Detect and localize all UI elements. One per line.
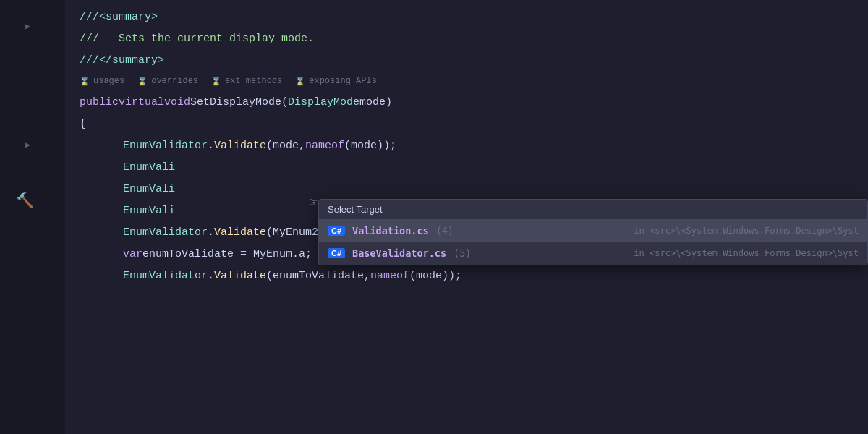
code-token: . bbox=[208, 226, 214, 239]
code-token: nameof bbox=[370, 270, 409, 282]
tooltip-title: Select Target bbox=[328, 204, 383, 215]
tooltip-count-2: (5) bbox=[454, 247, 471, 259]
codelens-label-usages: usages bbox=[93, 76, 124, 86]
code-token: . bbox=[208, 270, 214, 282]
code-line-7: EnumValidator.Validate(mode, nameof(mode… bbox=[80, 135, 868, 156]
code-token: (enumToValidate, bbox=[266, 270, 370, 282]
code-token: Validate bbox=[214, 140, 266, 152]
code-token: . bbox=[208, 140, 214, 152]
code-line-6: { bbox=[80, 113, 868, 135]
code-token: EnumValidator bbox=[123, 140, 208, 152]
code-token: enumToValidate = MyEnum.a; bbox=[142, 248, 312, 260]
codelens-label-ext-methods: ext methods bbox=[225, 76, 282, 86]
code-token: (mode)); bbox=[409, 270, 461, 282]
gutter: ▶ ▶ bbox=[0, 0, 65, 434]
codelens-overrides[interactable]: ⌛ overrides bbox=[137, 76, 198, 86]
tooltip-row-1[interactable]: C# Validation.cs (4) in <src>\<System.Wi… bbox=[319, 220, 867, 242]
code-token: Validate bbox=[214, 270, 266, 282]
cs-badge-2: C# bbox=[328, 248, 345, 258]
editor-container: ▶ ▶ 🔨 /// <summary> /// Sets the current… bbox=[0, 0, 868, 434]
code-line-3: /// </summary> bbox=[80, 49, 868, 71]
code-line-1: /// <summary> bbox=[80, 6, 868, 27]
codelens-icon-usages: ⌛ bbox=[80, 77, 90, 86]
code-token: /// bbox=[80, 11, 99, 23]
code-token: Validate bbox=[214, 226, 266, 239]
code-token: (mode)); bbox=[344, 140, 396, 152]
code-token: mode) bbox=[359, 96, 392, 109]
code-line-2: /// Sets the current display mode. bbox=[80, 27, 868, 49]
quick-fix-icon[interactable]: 🔨 bbox=[16, 192, 34, 210]
tooltip-path-2: in <src>\<System.Windows.Forms.Design>\S… bbox=[634, 248, 859, 258]
code-token: nameof bbox=[305, 140, 344, 152]
code-token: (mode, bbox=[266, 140, 305, 152]
code-token: EnumVali bbox=[123, 161, 175, 174]
codelens-ext-methods[interactable]: ⌛ ext methods bbox=[211, 76, 282, 86]
select-target-popup: Select Target C# Validation.cs (4) in <s… bbox=[318, 199, 868, 265]
tooltip-filename-2: BaseValidator.cs bbox=[352, 247, 446, 259]
codelens-usages[interactable]: ⌛ usages bbox=[80, 76, 124, 86]
code-token: SetDisplayMode( bbox=[190, 96, 288, 109]
cs-badge-1: C# bbox=[328, 226, 345, 236]
tooltip-header: Select Target bbox=[319, 200, 867, 220]
codelens-icon-exposing-apis: ⌛ bbox=[295, 77, 305, 86]
code-token: public bbox=[80, 96, 119, 109]
code-line-5: public virtual void SetDisplayMode( Disp… bbox=[80, 91, 868, 113]
tooltip-path-1: in <src>\<System.Windows.Forms.Design>\S… bbox=[634, 226, 859, 236]
code-token: void bbox=[164, 96, 190, 109]
code-token: { bbox=[80, 118, 86, 130]
code-token: /// bbox=[80, 54, 99, 67]
code-token: /// Sets the current display mode. bbox=[80, 33, 314, 45]
code-token: EnumVali bbox=[123, 183, 175, 195]
code-token: EnumValidator bbox=[123, 270, 208, 282]
collapse-icon-2[interactable]: ▶ bbox=[25, 139, 30, 151]
tooltip-row-2[interactable]: C# BaseValidator.cs (5) in <src>\<System… bbox=[319, 242, 867, 265]
code-token: virtual bbox=[119, 96, 164, 109]
code-token: EnumValidator bbox=[123, 226, 208, 239]
code-token: </summary> bbox=[99, 54, 164, 67]
code-token: <summary> bbox=[99, 11, 158, 23]
codelens-label-exposing-apis: exposing APIs bbox=[309, 76, 377, 86]
code-token: var bbox=[123, 248, 142, 260]
tooltip-count-1: (4) bbox=[436, 225, 454, 237]
code-line-13: EnumValidator.Validate(enumToValidate, n… bbox=[80, 265, 868, 286]
codelens-label-overrides: overrides bbox=[151, 76, 198, 86]
code-line-8: EnumVali bbox=[80, 156, 868, 178]
code-line-9: EnumVali bbox=[80, 178, 868, 200]
code-token: DisplayMode bbox=[288, 96, 359, 109]
codelens-bar: ⌛ usages ⌛ overrides ⌛ ext methods ⌛ exp… bbox=[80, 71, 868, 91]
codelens-exposing-apis[interactable]: ⌛ exposing APIs bbox=[295, 76, 377, 86]
code-token: EnumVali bbox=[123, 205, 175, 217]
collapse-icon-1[interactable]: ▶ bbox=[25, 20, 30, 33]
codelens-icon-overrides: ⌛ bbox=[137, 77, 148, 86]
codelens-icon-ext-methods: ⌛ bbox=[211, 77, 221, 86]
tooltip-filename-1: Validation.cs bbox=[352, 225, 429, 237]
